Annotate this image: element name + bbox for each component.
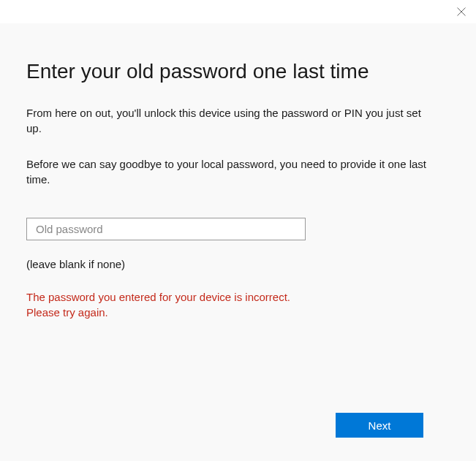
close-icon[interactable] (457, 7, 466, 16)
hint-text: (leave blank if none) (26, 258, 450, 270)
error-message: The password you entered for your device… (26, 289, 450, 320)
description-paragraph-2: Before we can say goodbye to your local … (26, 156, 428, 187)
error-line-1: The password you entered for your device… (26, 289, 450, 305)
titlebar (0, 0, 476, 23)
error-line-2: Please try again. (26, 305, 450, 320)
next-button[interactable]: Next (336, 413, 423, 438)
content-area: Enter your old password one last time Fr… (0, 23, 476, 461)
description-paragraph-1: From here on out, you'll unlock this dev… (26, 105, 421, 136)
page-title: Enter your old password one last time (26, 58, 450, 85)
footer: Next (336, 413, 423, 438)
old-password-input[interactable] (26, 218, 306, 240)
